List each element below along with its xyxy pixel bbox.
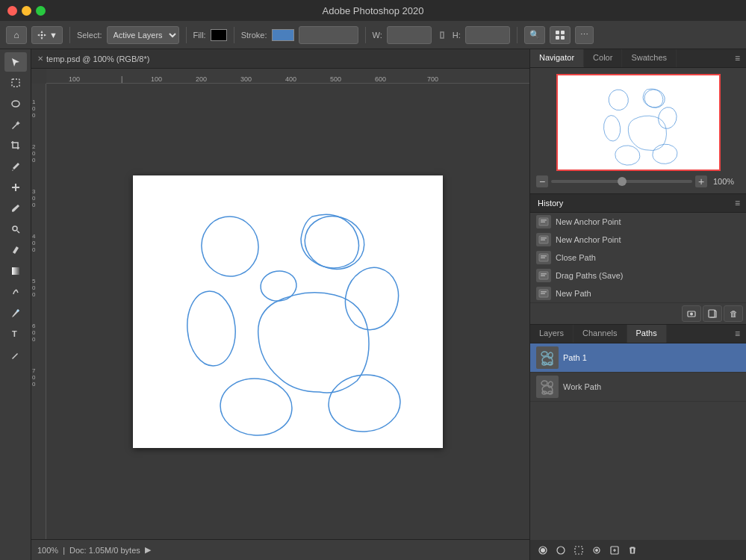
fill-path-button[interactable] (535, 543, 551, 558)
pen-tool[interactable] (4, 303, 27, 323)
history-items: New Anchor Point New Anchor Point Close … (530, 213, 746, 302)
ruler-mark: 400 (285, 75, 296, 83)
history-item[interactable]: New Anchor Point (530, 231, 746, 249)
tab-channels[interactable]: Channels (574, 325, 627, 343)
gradient-tool[interactable] (4, 261, 27, 281)
svg-rect-28 (541, 237, 547, 239)
eraser-tool[interactable] (4, 240, 27, 260)
fill-label: Fill: (193, 31, 206, 40)
svg-point-13 (184, 289, 238, 367)
new-snapshot-button[interactable] (682, 305, 701, 322)
statusbar: 100% | Doc: 1.05M/0 bytes ▶ (31, 539, 529, 560)
tab-layers[interactable]: Layers (530, 325, 574, 343)
more-options-button[interactable]: ⋯ (575, 26, 594, 44)
history-item-icon (536, 287, 551, 300)
ruler-mark: | (121, 75, 122, 83)
minimize-button[interactable] (22, 6, 31, 16)
maximize-button[interactable] (36, 6, 46, 16)
zoom-out-button[interactable]: − (536, 175, 548, 187)
doc-arrow[interactable]: ▶ (145, 545, 151, 555)
history-item[interactable]: New Path (530, 284, 746, 302)
nav-preview-svg (558, 75, 719, 169)
paths-panel-menu[interactable]: ≡ (729, 325, 746, 343)
pointer-tool[interactable] (4, 52, 27, 72)
svg-rect-4 (561, 36, 565, 40)
history-item[interactable]: Drag Paths (Save) (530, 267, 746, 284)
text-tool[interactable]: T (4, 324, 27, 343)
ruler-mark: 700 (427, 75, 438, 83)
select-dropdown[interactable]: Active Layers (107, 26, 179, 44)
history-item[interactable]: New Anchor Point (530, 213, 746, 231)
horizontal-ruler: 100 | 100 200 300 400 500 600 700 (46, 69, 529, 84)
select-tool[interactable] (4, 73, 27, 93)
paths-bottom-bar (530, 540, 746, 560)
sep1 (69, 27, 70, 43)
svg-rect-37 (541, 291, 547, 293)
tab-paths[interactable]: Paths (627, 325, 667, 343)
lasso-tool[interactable] (4, 94, 27, 113)
stroke-path-button[interactable] (553, 543, 569, 558)
ruler-mark: 400 (32, 233, 35, 253)
tab-swatches[interactable]: Swatches (622, 49, 677, 67)
history-item-icon (536, 251, 551, 264)
svg-rect-31 (541, 255, 547, 257)
delete-history-button[interactable]: 🗑 (724, 305, 743, 322)
ruler-mark: 600 (32, 323, 35, 343)
width-field[interactable] (387, 26, 432, 44)
healing-tool[interactable] (4, 178, 27, 197)
zoom-slider-thumb (618, 177, 627, 186)
brush-tool[interactable] (4, 199, 27, 218)
path-drawing (133, 175, 443, 448)
svg-point-18 (606, 88, 630, 112)
top-panel-menu[interactable]: ≡ (729, 49, 746, 67)
top-panel: Navigator Color Swatches ≡ (530, 49, 746, 194)
canvas[interactable] (133, 175, 443, 448)
document-tab[interactable]: ✕ temp.psd @ 100% (RGB/8*) (37, 55, 149, 63)
zoom-slider[interactable] (551, 180, 692, 183)
new-path-button[interactable] (606, 543, 623, 558)
clone-tool[interactable] (4, 220, 27, 239)
svg-rect-25 (541, 220, 547, 221)
svg-point-21 (614, 145, 640, 167)
dodge-tool[interactable] (4, 282, 27, 302)
history-panel: History ≡ New Anchor Point New Anchor Po… (530, 194, 746, 325)
svg-point-16 (299, 209, 370, 275)
svg-point-14 (218, 375, 294, 438)
stroke-options[interactable] (299, 26, 358, 44)
height-field[interactable] (465, 26, 510, 44)
magic-wand-tool[interactable] (4, 115, 27, 134)
create-new-document-button[interactable] (703, 305, 722, 322)
path-item[interactable]: Work Path (530, 373, 746, 402)
tab-close-icon[interactable]: ✕ (37, 55, 43, 63)
move-tool-button[interactable]: ▼ (31, 26, 63, 44)
zoom-in-button[interactable]: + (695, 175, 707, 187)
panel-view-button[interactable] (550, 26, 571, 44)
history-item-label: Drag Paths (Save) (556, 271, 623, 280)
search-button[interactable]: 🔍 (524, 26, 545, 44)
svg-point-0 (41, 34, 43, 36)
stroke-swatch[interactable] (272, 29, 294, 41)
link-dimensions[interactable] (436, 29, 448, 41)
sep5 (517, 27, 517, 43)
svg-point-46 (541, 380, 548, 385)
add-mask-button[interactable] (588, 543, 605, 558)
fill-swatch[interactable] (211, 29, 227, 41)
history-item-icon (536, 233, 551, 246)
ruler-mark: 500 (32, 278, 35, 298)
status-sep: | (63, 546, 65, 555)
history-item[interactable]: Close Path (530, 249, 746, 267)
top-panel-tabs: Navigator Color Swatches ≡ (530, 49, 746, 68)
tab-navigator[interactable]: Navigator (530, 49, 584, 67)
path-thumb (536, 376, 559, 398)
tab-color[interactable]: Color (584, 49, 622, 67)
path-to-selection-button[interactable] (571, 543, 587, 558)
crop-tool[interactable] (4, 136, 27, 155)
path-select-tool[interactable] (4, 345, 27, 364)
home-button[interactable]: ⌂ (6, 26, 27, 44)
close-button[interactable] (7, 6, 17, 16)
svg-rect-8 (12, 267, 19, 275)
path-item[interactable]: Path 1 (530, 343, 746, 373)
eyedropper-tool[interactable] (4, 157, 27, 176)
history-menu[interactable]: ≡ (729, 194, 746, 212)
delete-path-button[interactable] (624, 543, 641, 558)
